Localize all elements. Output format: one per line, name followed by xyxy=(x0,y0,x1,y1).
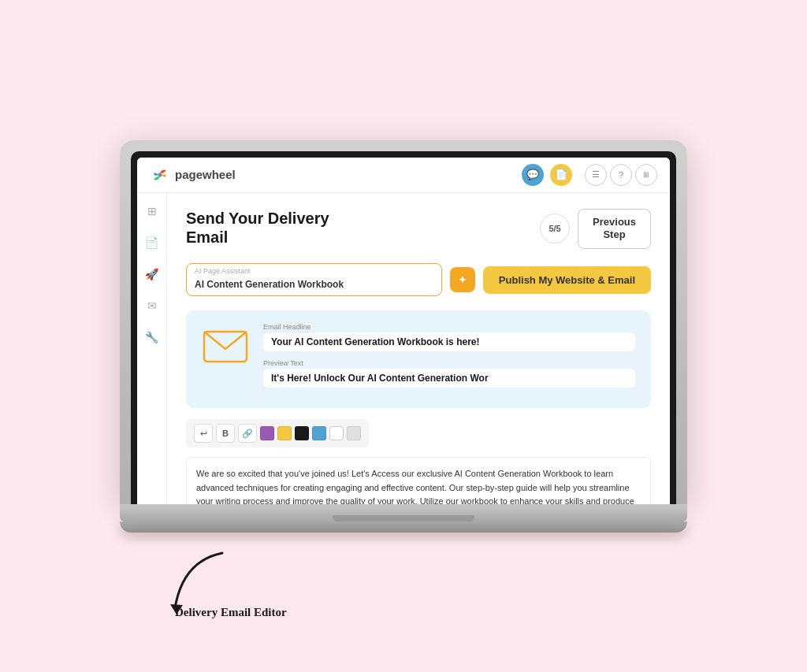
assistant-icon-button[interactable]: ✦ xyxy=(450,267,475,292)
topbar-icon-group: ☰ ? ⊞ xyxy=(585,164,657,186)
page-title: Send Your Delivery Email xyxy=(186,209,329,247)
chat-button[interactable]: 💬 xyxy=(522,164,544,186)
sparkle-icon: ✦ xyxy=(458,273,467,286)
email-body-text[interactable]: We are so excited that you've joined us!… xyxy=(186,457,651,503)
email-fields: Email Headline Your AI Content Generatio… xyxy=(263,323,635,395)
laptop-base xyxy=(120,504,687,522)
email-preview-label: Preview Text xyxy=(263,359,635,367)
editor-toolbar: ↩ B 🔗 xyxy=(186,419,369,447)
grid-button[interactable]: ⊞ xyxy=(635,164,657,186)
publish-button[interactable]: Publish My Website & Email xyxy=(483,266,651,294)
topbar: pagewheel 💬 📄 ☰ xyxy=(137,158,670,193)
content-area: Send Your Delivery Email 5/5 Previous St… xyxy=(167,193,670,504)
brand-name: pagewheel xyxy=(175,168,236,181)
menu-button[interactable]: ☰ xyxy=(585,164,607,186)
annotation-area: Delivery Email Editor xyxy=(159,545,287,619)
email-preview-group: Preview Text It's Here! Unlock Our AI Co… xyxy=(263,359,635,388)
bold-button[interactable]: B xyxy=(216,424,235,443)
header-right: 5/5 Previous Step xyxy=(540,209,651,250)
email-headline-value[interactable]: Your AI Content Generation Workbook is h… xyxy=(263,332,635,351)
laptop-screen: pagewheel 💬 📄 ☰ xyxy=(137,158,670,504)
email-icon-container xyxy=(202,323,249,370)
page-header: Send Your Delivery Email 5/5 Previous St… xyxy=(186,209,651,250)
assistant-value: AI Content Generation Workbook xyxy=(195,279,344,290)
color-swatch-purple[interactable] xyxy=(260,426,274,440)
email-preview-value[interactable]: It's Here! Unlock Our AI Content Generat… xyxy=(263,369,635,388)
color-swatch-black[interactable] xyxy=(295,426,309,440)
email-headline-label: Email Headline xyxy=(263,323,635,331)
color-swatch-light[interactable] xyxy=(347,426,361,440)
svg-point-0 xyxy=(158,173,162,176)
color-swatch-yellow[interactable] xyxy=(277,426,292,440)
laptop-bottom-bar xyxy=(120,522,687,533)
pinwheel-icon xyxy=(150,165,170,185)
page-title-block: Send Your Delivery Email xyxy=(186,209,329,247)
topbar-right: 💬 📄 ☰ ? ⊞ xyxy=(522,164,657,186)
email-envelope-icon xyxy=(203,327,248,366)
sidebar-icon-settings[interactable]: 🔧 xyxy=(143,329,161,346)
chat-icon: 💬 xyxy=(526,169,539,180)
previous-step-button[interactable]: Previous Step xyxy=(578,209,651,250)
undo-button[interactable]: ↩ xyxy=(194,424,213,443)
email-preview-section: Email Headline Your AI Content Generatio… xyxy=(186,310,651,408)
color-swatch-blue[interactable] xyxy=(312,426,326,440)
help-button[interactable]: ? xyxy=(610,164,632,186)
main-layout: ⊞ 📄 🚀 ✉ 🔧 xyxy=(137,193,670,504)
assistant-field: AI Page Assistant AI Content Generation … xyxy=(186,263,442,296)
link-button[interactable]: 🔗 xyxy=(238,424,257,443)
sidebar-icon-page[interactable]: 📄 xyxy=(143,234,161,251)
annotation-label: Delivery Email Editor xyxy=(175,606,287,619)
color-swatch-white[interactable] xyxy=(329,426,344,440)
logo-area: pagewheel xyxy=(150,165,236,185)
assistant-row: AI Page Assistant AI Content Generation … xyxy=(186,263,651,296)
page-icon: 📄 xyxy=(555,169,567,180)
step-badge: 5/5 xyxy=(540,213,570,243)
sidebar-icon-mail[interactable]: ✉ xyxy=(143,297,161,314)
email-headline-group: Email Headline Your AI Content Generatio… xyxy=(263,323,635,351)
sidebar-icon-grid[interactable]: ⊞ xyxy=(143,202,161,220)
sidebar: ⊞ 📄 🚀 ✉ 🔧 xyxy=(137,193,167,504)
page-button[interactable]: 📄 xyxy=(550,164,572,186)
sidebar-icon-rocket[interactable]: 🚀 xyxy=(143,265,161,283)
assistant-label: AI Page Assistant xyxy=(195,267,251,275)
